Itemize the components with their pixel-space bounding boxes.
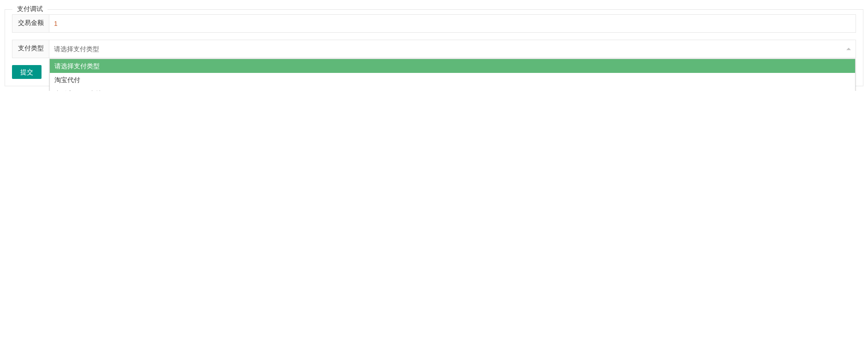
payment-type-select[interactable]: 请选择支付类型 [49, 40, 856, 58]
payment-type-option[interactable]: 请选择支付类型 [50, 59, 855, 73]
amount-input-wrap [49, 15, 856, 32]
panel-title: 支付调试 [12, 5, 48, 13]
payment-type-dropdown: 请选择支付类型淘宝代付支付宝固码(支持H5)微信固码拼多多固码微信店员支付宝转账… [49, 59, 856, 91]
amount-label: 交易金额 [12, 15, 49, 32]
chevron-up-icon [846, 48, 851, 50]
submit-button[interactable]: 提交 [12, 65, 42, 79]
amount-input[interactable] [49, 15, 856, 32]
payment-type-label: 支付类型 [12, 40, 49, 58]
amount-row: 交易金额 [12, 14, 856, 33]
payment-type-option[interactable]: 淘宝代付 [50, 73, 855, 87]
payment-debug-panel: 支付调试 交易金额 支付类型 请选择支付类型 请选择支付类型淘宝代付支付宝固码(… [5, 9, 863, 86]
payment-type-option[interactable]: 支付宝固码(支持H5) [50, 87, 855, 91]
payment-type-selected-text: 请选择支付类型 [54, 45, 99, 53]
payment-type-row: 支付类型 请选择支付类型 请选择支付类型淘宝代付支付宝固码(支持H5)微信固码拼… [12, 40, 856, 58]
payment-type-select-wrap: 请选择支付类型 请选择支付类型淘宝代付支付宝固码(支持H5)微信固码拼多多固码微… [49, 40, 856, 58]
